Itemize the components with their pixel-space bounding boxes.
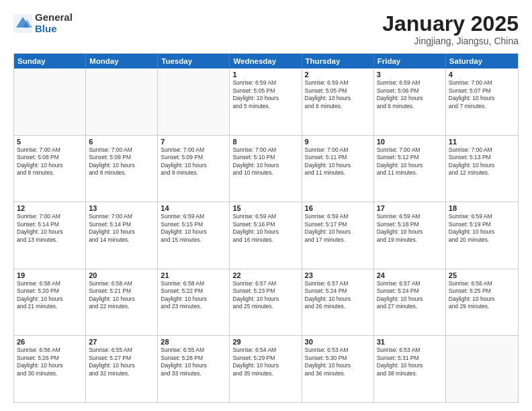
- day-info: Sunrise: 7:00 AM Sunset: 5:07 PM Dayligh…: [449, 79, 515, 110]
- calendar-cell: 1Sunrise: 6:59 AM Sunset: 5:05 PM Daylig…: [230, 68, 302, 135]
- logo: General Blue: [13, 12, 73, 34]
- calendar-cell: 27Sunrise: 6:55 AM Sunset: 5:27 PM Dayli…: [86, 336, 158, 402]
- day-info: Sunrise: 6:57 AM Sunset: 5:24 PM Dayligh…: [305, 280, 371, 311]
- day-info: Sunrise: 6:56 AM Sunset: 5:25 PM Dayligh…: [449, 280, 515, 311]
- day-header-wednesday: Wednesday: [230, 54, 302, 68]
- calendar-cell: 25Sunrise: 6:56 AM Sunset: 5:25 PM Dayli…: [446, 269, 518, 336]
- day-number: 24: [377, 271, 443, 279]
- day-info: Sunrise: 6:59 AM Sunset: 5:06 PM Dayligh…: [377, 79, 443, 110]
- day-info: Sunrise: 7:00 AM Sunset: 5:09 PM Dayligh…: [161, 146, 226, 177]
- calendar-cell: 30Sunrise: 6:53 AM Sunset: 5:30 PM Dayli…: [302, 336, 374, 402]
- calendar-cell: 5Sunrise: 7:00 AM Sunset: 5:08 PM Daylig…: [14, 136, 86, 202]
- day-header-friday: Friday: [374, 54, 446, 68]
- calendar-cell: 31Sunrise: 6:53 AM Sunset: 5:31 PM Dayli…: [374, 336, 446, 402]
- calendar-cell: 17Sunrise: 6:59 AM Sunset: 5:18 PM Dayli…: [374, 202, 446, 269]
- calendar-cell: 4Sunrise: 7:00 AM Sunset: 5:07 PM Daylig…: [446, 68, 518, 135]
- day-number: 18: [449, 204, 515, 212]
- day-info: Sunrise: 6:53 AM Sunset: 5:30 PM Dayligh…: [305, 347, 371, 377]
- calendar-cell: 21Sunrise: 6:58 AM Sunset: 5:22 PM Dayli…: [158, 269, 230, 336]
- day-info: Sunrise: 7:00 AM Sunset: 5:14 PM Dayligh…: [89, 213, 154, 244]
- day-info: Sunrise: 7:00 AM Sunset: 5:10 PM Dayligh…: [232, 146, 298, 177]
- day-info: Sunrise: 6:55 AM Sunset: 5:27 PM Dayligh…: [89, 347, 154, 377]
- day-info: Sunrise: 6:59 AM Sunset: 5:18 PM Dayligh…: [377, 213, 443, 244]
- title-month: January 2025: [382, 12, 519, 36]
- day-number: 19: [17, 271, 83, 279]
- calendar-row-1: 1Sunrise: 6:59 AM Sunset: 5:05 PM Daylig…: [14, 68, 518, 135]
- calendar-cell: 7Sunrise: 7:00 AM Sunset: 5:09 PM Daylig…: [158, 136, 230, 202]
- calendar-cell: 9Sunrise: 7:00 AM Sunset: 5:11 PM Daylig…: [302, 136, 374, 202]
- calendar-cell: [86, 68, 158, 135]
- calendar-cell: 2Sunrise: 6:59 AM Sunset: 5:05 PM Daylig…: [302, 68, 374, 135]
- calendar-cell: 29Sunrise: 6:54 AM Sunset: 5:29 PM Dayli…: [230, 336, 302, 402]
- day-info: Sunrise: 7:00 AM Sunset: 5:13 PM Dayligh…: [449, 146, 515, 177]
- calendar-header: SundayMondayTuesdayWednesdayThursdayFrid…: [14, 54, 518, 68]
- calendar-row-3: 12Sunrise: 7:00 AM Sunset: 5:14 PM Dayli…: [14, 201, 518, 269]
- calendar: SundayMondayTuesdayWednesdayThursdayFrid…: [13, 53, 519, 403]
- day-info: Sunrise: 6:59 AM Sunset: 5:16 PM Dayligh…: [232, 213, 298, 244]
- day-info: Sunrise: 6:59 AM Sunset: 5:05 PM Dayligh…: [305, 79, 371, 110]
- day-number: 20: [89, 271, 154, 279]
- day-number: 11: [449, 138, 515, 146]
- calendar-cell: 11Sunrise: 7:00 AM Sunset: 5:13 PM Dayli…: [446, 136, 518, 202]
- calendar-cell: 13Sunrise: 7:00 AM Sunset: 5:14 PM Dayli…: [86, 202, 158, 269]
- calendar-cell: 23Sunrise: 6:57 AM Sunset: 5:24 PM Dayli…: [302, 269, 374, 336]
- day-info: Sunrise: 6:56 AM Sunset: 5:26 PM Dayligh…: [17, 347, 83, 377]
- day-number: 28: [161, 338, 226, 346]
- day-number: 31: [377, 338, 443, 346]
- calendar-row-2: 5Sunrise: 7:00 AM Sunset: 5:08 PM Daylig…: [14, 135, 518, 202]
- calendar-cell: [158, 68, 230, 135]
- day-number: 2: [305, 71, 371, 79]
- calendar-cell: 19Sunrise: 6:58 AM Sunset: 5:20 PM Dayli…: [14, 269, 86, 336]
- calendar-cell: 16Sunrise: 6:59 AM Sunset: 5:17 PM Dayli…: [302, 202, 374, 269]
- calendar-cell: [446, 336, 518, 402]
- calendar-cell: 3Sunrise: 6:59 AM Sunset: 5:06 PM Daylig…: [374, 68, 446, 135]
- day-number: 3: [377, 71, 443, 79]
- title-block: January 2025 Jingjiang, Jiangsu, China: [382, 12, 519, 46]
- day-info: Sunrise: 6:58 AM Sunset: 5:21 PM Dayligh…: [89, 280, 154, 311]
- header: General Blue January 2025 Jingjiang, Jia…: [13, 12, 519, 46]
- calendar-cell: 26Sunrise: 6:56 AM Sunset: 5:26 PM Dayli…: [14, 336, 86, 402]
- calendar-cell: [14, 68, 86, 135]
- day-number: 25: [449, 271, 515, 279]
- calendar-cell: 10Sunrise: 7:00 AM Sunset: 5:12 PM Dayli…: [374, 136, 446, 202]
- calendar-cell: 24Sunrise: 6:57 AM Sunset: 5:24 PM Dayli…: [374, 269, 446, 336]
- day-info: Sunrise: 7:00 AM Sunset: 5:11 PM Dayligh…: [305, 146, 371, 177]
- day-header-tuesday: Tuesday: [158, 54, 230, 68]
- calendar-cell: 18Sunrise: 6:59 AM Sunset: 5:19 PM Dayli…: [446, 202, 518, 269]
- day-info: Sunrise: 6:59 AM Sunset: 5:17 PM Dayligh…: [305, 213, 371, 244]
- day-number: 6: [89, 138, 154, 146]
- day-number: 23: [305, 271, 371, 279]
- day-number: 21: [161, 271, 226, 279]
- day-number: 12: [17, 204, 83, 212]
- calendar-cell: 15Sunrise: 6:59 AM Sunset: 5:16 PM Dayli…: [230, 202, 302, 269]
- day-header-thursday: Thursday: [302, 54, 374, 68]
- logo-icon: [13, 14, 32, 33]
- calendar-cell: 20Sunrise: 6:58 AM Sunset: 5:21 PM Dayli…: [86, 269, 158, 336]
- day-info: Sunrise: 6:59 AM Sunset: 5:05 PM Dayligh…: [232, 79, 298, 110]
- logo-blue: Blue: [35, 24, 73, 35]
- day-number: 27: [89, 338, 154, 346]
- day-number: 1: [232, 71, 298, 79]
- day-number: 9: [305, 138, 371, 146]
- day-number: 4: [449, 71, 515, 79]
- day-number: 16: [305, 204, 371, 212]
- calendar-row-4: 19Sunrise: 6:58 AM Sunset: 5:20 PM Dayli…: [14, 269, 518, 336]
- day-info: Sunrise: 6:55 AM Sunset: 5:28 PM Dayligh…: [161, 347, 226, 377]
- day-info: Sunrise: 6:57 AM Sunset: 5:23 PM Dayligh…: [232, 280, 298, 311]
- day-info: Sunrise: 6:57 AM Sunset: 5:24 PM Dayligh…: [377, 280, 443, 311]
- day-info: Sunrise: 6:58 AM Sunset: 5:20 PM Dayligh…: [17, 280, 83, 311]
- day-number: 5: [17, 138, 83, 146]
- day-number: 26: [17, 338, 83, 346]
- day-info: Sunrise: 6:58 AM Sunset: 5:22 PM Dayligh…: [161, 280, 226, 311]
- day-header-saturday: Saturday: [446, 54, 518, 68]
- day-number: 10: [377, 138, 443, 146]
- calendar-cell: 28Sunrise: 6:55 AM Sunset: 5:28 PM Dayli…: [158, 336, 230, 402]
- day-info: Sunrise: 6:54 AM Sunset: 5:29 PM Dayligh…: [232, 347, 298, 377]
- calendar-row-5: 26Sunrise: 6:56 AM Sunset: 5:26 PM Dayli…: [14, 335, 518, 402]
- day-number: 8: [232, 138, 298, 146]
- calendar-body: 1Sunrise: 6:59 AM Sunset: 5:05 PM Daylig…: [14, 68, 518, 402]
- day-info: Sunrise: 7:00 AM Sunset: 5:12 PM Dayligh…: [377, 146, 443, 177]
- day-info: Sunrise: 6:59 AM Sunset: 5:19 PM Dayligh…: [449, 213, 515, 244]
- calendar-cell: 8Sunrise: 7:00 AM Sunset: 5:10 PM Daylig…: [230, 136, 302, 202]
- day-number: 29: [232, 338, 298, 346]
